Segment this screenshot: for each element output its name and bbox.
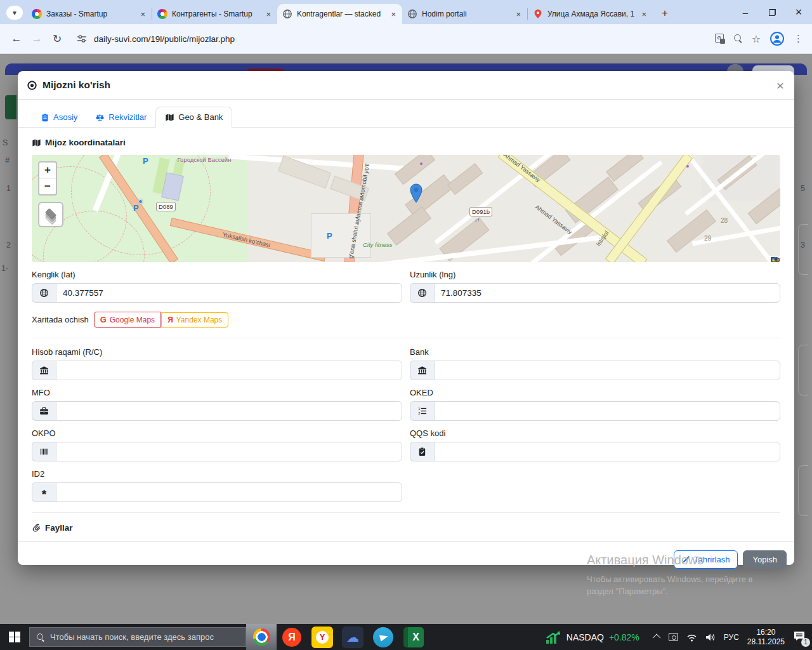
address-bar[interactable]: daily-suvi.com/19l/public/mijozlar.php (94, 34, 235, 44)
taskbar-search-box[interactable]: Чтобы начать поиск, введите здесь запрос (29, 627, 246, 647)
account-input[interactable] (56, 361, 402, 380)
zoom-in-button[interactable]: + (39, 162, 56, 178)
id2-label: ID2 (32, 469, 402, 479)
tab-close-icon[interactable]: × (390, 10, 397, 19)
tab-label: Asosiy (53, 112, 77, 122)
back-button[interactable]: ← (6, 29, 27, 49)
browser-tab-2[interactable]: Контрагенты - Smartup × (152, 4, 277, 24)
zoom-icon[interactable] (734, 34, 743, 43)
oked-label: OKED (410, 388, 780, 397)
osm-link[interactable]: OpenStreetMap (771, 256, 780, 263)
bank-input[interactable] (434, 361, 780, 380)
map-road-badge: D091b (469, 207, 492, 216)
taskbar-clock[interactable]: 16:20 28.11.2025 (747, 628, 785, 647)
globe-icon (410, 283, 434, 303)
telegram-icon (373, 627, 393, 647)
profile-avatar-icon[interactable] (769, 31, 785, 46)
browser-tab-5[interactable]: Улица Ахмада Яссави, 1 × (528, 4, 653, 24)
yandex-ya-icon: Я (167, 315, 173, 324)
map-building (447, 163, 483, 195)
taskbar-excel-button[interactable]: X (398, 624, 429, 650)
modal-header: Mijozni ko'rish × (18, 71, 794, 100)
site-info-icon[interactable] (76, 33, 88, 44)
taskbar-yandex-browser-button[interactable]: Y (307, 624, 337, 650)
files-label: Fayllar (45, 523, 73, 533)
map-layers-control[interactable] (38, 202, 63, 227)
background-fragment: 1 (6, 184, 11, 193)
modal-close-icon[interactable]: × (776, 79, 784, 92)
yandex-browser-icon: Y (311, 627, 333, 648)
map-parking-label: P (143, 156, 148, 166)
map-label-pool: Городской Бассейн (176, 156, 232, 163)
section-coordinates-title: Mijoz koordinatalari (32, 138, 780, 147)
tab-title: Заказы - Smartup (46, 10, 134, 18)
lng-input[interactable] (434, 283, 780, 303)
wifi-icon[interactable] (686, 633, 697, 642)
restore-icon (769, 9, 776, 16)
tab-close-icon[interactable]: × (640, 10, 648, 19)
tab-asosiy[interactable]: Asosiy (32, 107, 86, 128)
background-fragment: 2 (6, 241, 11, 249)
background-card-border (798, 345, 808, 395)
taskbar-yandex-button[interactable]: Я (277, 624, 307, 650)
google-maps-button[interactable]: G Google Maps (94, 312, 162, 328)
tab-geo-bank-active[interactable]: Geo & Bank (155, 107, 232, 128)
leaflet-map[interactable]: Городской Бассейн P P P D089 D091b Yuksa… (32, 155, 780, 262)
start-button[interactable] (0, 624, 29, 650)
tab-search-button[interactable]: ▼ (6, 6, 23, 20)
tab-close-icon[interactable]: × (139, 10, 147, 19)
okpo-label: OKPO (32, 428, 402, 438)
taskbar-telegram-button[interactable] (368, 624, 398, 650)
translate-icon[interactable] (715, 34, 725, 44)
background-card-border (798, 224, 808, 275)
zoom-out-button[interactable]: − (39, 178, 56, 194)
tab-close-icon[interactable]: × (265, 10, 272, 19)
qqs-input[interactable] (434, 442, 780, 461)
okpo-input[interactable] (56, 442, 402, 461)
id2-input[interactable] (56, 482, 402, 502)
lat-input-group (32, 283, 402, 303)
tab-title: Улица Ахмада Яссави, 1 (547, 10, 636, 18)
device-icon[interactable] (669, 633, 678, 641)
stock-change: +0.82% (609, 632, 639, 642)
taskbar-cloud-button[interactable]: ☁ (337, 624, 368, 650)
oked-input[interactable] (434, 401, 780, 421)
action-center-button[interactable]: 1 (793, 630, 806, 644)
taskbar-chrome-button[interactable] (246, 624, 277, 650)
reload-button[interactable]: ↻ (47, 29, 67, 49)
globe-favicon-icon (407, 9, 417, 19)
briefcase-icon (32, 401, 56, 421)
tab-close-icon[interactable]: × (514, 10, 522, 19)
window-minimize-button[interactable]: – (732, 0, 759, 24)
map-icon (165, 113, 174, 122)
background-card-border (798, 465, 808, 516)
forward-button[interactable]: → (27, 29, 47, 49)
yandex-maps-button[interactable]: Я Yandex Maps (161, 312, 228, 328)
stock-widget[interactable]: NASDAQ +0.82% (545, 630, 639, 645)
map-parking-label: P (133, 203, 139, 213)
mfo-input[interactable] (56, 401, 402, 421)
lat-input[interactable] (56, 283, 402, 303)
browser-tab-3-active[interactable]: Kontragentlar — stacked × (277, 4, 402, 24)
map-label-city-fitness: City fitness (363, 241, 392, 248)
yandex-maps-label: Yandex Maps (176, 315, 223, 324)
tab-rekvizitlar[interactable]: Rekvizitlar (86, 107, 155, 128)
tray-expand-icon[interactable] (653, 634, 661, 642)
browser-tab-strip: ▼ Заказы - Smartup × Контрагенты - Smart… (0, 0, 812, 24)
map-oneway-arrows: ↓↑ (475, 217, 480, 223)
volume-icon[interactable] (705, 633, 716, 642)
bookmark-star-icon[interactable]: ☆ (752, 33, 761, 45)
map-marker-icon[interactable] (409, 183, 423, 204)
lat-label: Kenglik (lat) (32, 270, 402, 279)
new-tab-button[interactable]: + (657, 5, 673, 22)
map-parking-label: P (327, 231, 332, 241)
window-close-button[interactable]: × (785, 0, 812, 24)
browser-tab-4[interactable]: Hodim portali × (402, 4, 527, 24)
browser-tab-1[interactable]: Заказы - Smartup × (27, 4, 152, 24)
language-indicator[interactable]: РУС (724, 633, 739, 642)
window-restore-button[interactable] (759, 0, 785, 24)
divider (32, 338, 780, 338)
browser-menu-icon[interactable]: ⋮ (794, 33, 803, 44)
stock-name: NASDAQ (566, 632, 604, 642)
tab-title: Hodim portali (422, 10, 510, 18)
